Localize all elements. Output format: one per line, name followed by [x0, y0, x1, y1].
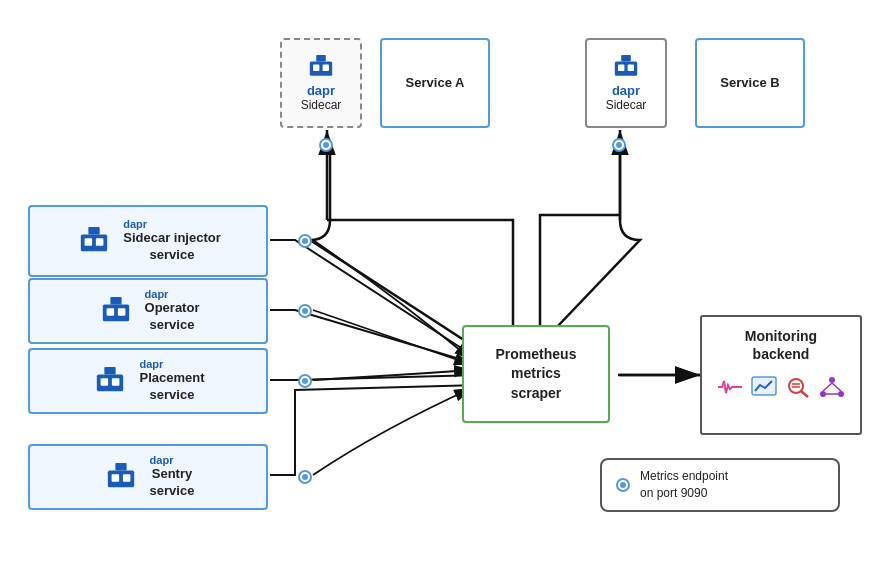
- operator-box: dapr Operatorservice: [28, 278, 268, 344]
- port-sidecar-a: [319, 138, 333, 152]
- legend-port-icon: [616, 478, 630, 492]
- dapr-icon-injector: [75, 225, 113, 257]
- dapr-icon-placement: [91, 365, 129, 397]
- sentry-label: Sentryservice: [150, 466, 195, 500]
- svg-line-37: [823, 383, 832, 391]
- svg-rect-27: [111, 474, 119, 482]
- svg-point-30: [789, 379, 803, 393]
- dapr-icon-operator: [97, 295, 135, 327]
- placement-box: dapr Placementservice: [28, 348, 268, 414]
- service-b-box: Service B: [695, 38, 805, 128]
- dapr-text-a: dapr: [307, 83, 335, 98]
- operator-label: Operatorservice: [145, 300, 200, 334]
- dapr-text-operator: dapr: [145, 288, 169, 300]
- service-a-label: Service A: [406, 75, 465, 92]
- svg-rect-25: [115, 463, 126, 471]
- sidecar-injector-label: Sidecar injectorservice: [123, 230, 221, 264]
- svg-rect-28: [122, 474, 130, 482]
- svg-line-31: [801, 391, 808, 397]
- prometheus-label: Prometheusmetricsscraper: [496, 345, 577, 404]
- legend-label: Metrics endpointon port 9090: [640, 468, 728, 502]
- dapr-text-placement: dapr: [139, 358, 163, 370]
- svg-point-34: [829, 377, 835, 383]
- heartrate-icon: [716, 375, 744, 399]
- prometheus-box: Prometheusmetricsscraper: [462, 325, 610, 423]
- dapr-text-b: dapr: [612, 83, 640, 98]
- svg-rect-16: [96, 238, 104, 246]
- monitoring-box: Monitoringbackend: [700, 315, 862, 435]
- port-placement: [298, 374, 312, 388]
- port-injector: [298, 234, 312, 248]
- port-sidecar-b: [612, 138, 626, 152]
- monitoring-label: Monitoringbackend: [745, 327, 817, 363]
- svg-rect-23: [101, 378, 109, 386]
- sidecar-b-label: Sidecar: [606, 98, 647, 114]
- dapr-icon-b: [610, 53, 642, 81]
- dapr-icon-sentry: [102, 461, 140, 493]
- chart-icon: [750, 375, 778, 399]
- sidecar-b-box: dapr Sidecar: [585, 38, 667, 128]
- svg-rect-13: [89, 227, 100, 235]
- svg-rect-20: [117, 308, 125, 316]
- monitoring-icons: [716, 375, 846, 399]
- svg-rect-11: [618, 64, 624, 70]
- svg-rect-12: [628, 64, 634, 70]
- placement-label: Placementservice: [139, 370, 204, 404]
- dapr-logo-sidecar-b: [610, 53, 642, 81]
- sentry-box: dapr Sentryservice: [28, 444, 268, 510]
- svg-rect-19: [106, 308, 114, 316]
- legend-box: Metrics endpointon port 9090: [600, 458, 840, 512]
- sidecar-injector-box: dapr Sidecar injectorservice: [28, 205, 268, 277]
- sidecar-a-box: dapr Sidecar: [280, 38, 362, 128]
- port-operator: [298, 304, 312, 318]
- port-sentry: [298, 470, 312, 484]
- dapr-logo-sidecar-a: [305, 53, 337, 81]
- service-a-box: Service A: [380, 38, 490, 128]
- diagram: dapr Sidecar Service A dapr Sidecar Serv…: [0, 0, 895, 566]
- service-b-label: Service B: [720, 75, 779, 92]
- svg-rect-29: [752, 377, 776, 395]
- svg-rect-24: [112, 378, 120, 386]
- svg-line-38: [832, 383, 841, 391]
- svg-rect-15: [85, 238, 93, 246]
- svg-rect-7: [313, 64, 319, 70]
- svg-rect-21: [105, 367, 116, 375]
- sidecar-a-label: Sidecar: [301, 98, 342, 114]
- search-logs-icon: [784, 375, 812, 399]
- dapr-icon-a: [305, 53, 337, 81]
- svg-rect-5: [316, 55, 326, 61]
- tracing-icon: [818, 375, 846, 399]
- svg-rect-9: [621, 55, 631, 61]
- svg-rect-17: [110, 297, 121, 305]
- dapr-text-injector: dapr: [123, 218, 147, 230]
- svg-rect-8: [323, 64, 329, 70]
- dapr-text-sentry: dapr: [150, 454, 174, 466]
